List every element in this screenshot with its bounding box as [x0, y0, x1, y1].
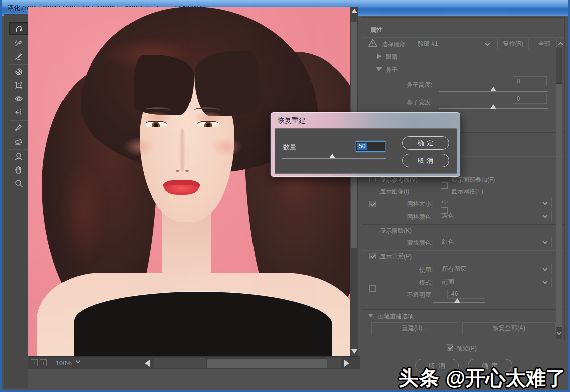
all-button[interactable]: 全部 [532, 39, 557, 49]
horizontal-scroll-thumb[interactable] [206, 358, 327, 368]
eyebrow-right [194, 107, 220, 113]
show-backdrop-checkbox[interactable] [369, 285, 376, 292]
face-select-label: 选择脸部: [382, 40, 407, 49]
watermark: 头条 @开心太难了 [399, 364, 566, 392]
show-mask-label: 显示蒙版(K) [379, 227, 412, 235]
nose-height-input[interactable]: 0 [513, 76, 547, 86]
zoom-dropdown-chevron-icon[interactable] [76, 359, 81, 364]
smooth-tool-button[interactable] [9, 50, 28, 62]
chevron-down-icon [543, 279, 548, 284]
zoom-level-value[interactable]: 100% [56, 360, 72, 367]
show-image-checkbox[interactable] [369, 201, 376, 207]
freeze-mask-tool-button[interactable] [9, 121, 28, 134]
chevron-down-icon [543, 266, 548, 271]
amount-label: 数量 [283, 143, 296, 152]
scroll-right-arrow[interactable] [344, 360, 349, 367]
dialog-ok-button[interactable]: 确定 [402, 136, 449, 150]
mode-dropdown[interactable]: 前面 [437, 277, 552, 287]
show-backdrop-label: 显示背景(P) [379, 252, 412, 261]
pucker-tool-button[interactable] [9, 79, 28, 91]
amount-slider-thumb[interactable] [329, 154, 335, 158]
properties-panel: 属性 选择脸部: 脸部 #1 复位(R) 全部 眼睛 鼻子 鼻子高度: 0 鼻子… [362, 17, 565, 340]
scroll-left-arrow[interactable] [145, 360, 150, 367]
horizontal-scroll-track[interactable] [154, 358, 341, 368]
use-label: 使用: [403, 266, 433, 274]
hair-highlight [58, 158, 108, 269]
image-canvas[interactable] [28, 7, 350, 356]
use-dropdown[interactable]: 所有图层 [437, 264, 552, 274]
face-tool-button[interactable] [9, 150, 28, 162]
nose-height-slider-thumb[interactable] [490, 87, 496, 91]
push-left-tool-button[interactable] [9, 106, 28, 118]
opacity-slider[interactable] [433, 302, 485, 303]
scroll-up-arrow[interactable] [351, 9, 357, 13]
divider [362, 309, 564, 310]
face-select-dropdown[interactable]: 脸部 #1 [413, 39, 494, 49]
nose-width-slider[interactable] [439, 108, 548, 109]
nose-width-label: 鼻子宽度: [407, 98, 432, 107]
nose-width-slider-thumb[interactable] [490, 104, 496, 109]
reset-button[interactable]: 复位(R) [497, 39, 529, 49]
mask-color-dropdown[interactable]: 红色 [437, 237, 552, 247]
twirl-clockwise-tool-button[interactable] [9, 65, 28, 78]
brush-reconstruct-header: 画笔重建选项 [377, 312, 414, 321]
eye-left [144, 121, 167, 127]
lower-lip [164, 185, 199, 195]
freeze-mask-icon [14, 122, 24, 133]
mode-value: 前面 [442, 278, 454, 286]
reconstruct-button[interactable]: 重建(U)... [371, 322, 458, 334]
eyebrow-left [145, 107, 171, 113]
panel-scroll-up-icon[interactable] [558, 42, 563, 47]
warning-icon [368, 39, 377, 47]
show-mask-checkbox[interactable] [369, 253, 376, 259]
forward-warp-tool-button[interactable] [9, 22, 28, 35]
nose-width-input[interactable]: 0 [513, 94, 547, 104]
preview-checkbox[interactable] [447, 344, 453, 351]
nose-disclosure-icon[interactable] [376, 67, 382, 71]
face-icon [14, 151, 24, 161]
zoom-tool-button[interactable] [9, 177, 28, 189]
show-mesh-label: 显示网格(E) [451, 187, 483, 196]
eyes-disclosure-icon[interactable] [377, 54, 382, 59]
opacity-slider-thumb[interactable] [454, 298, 460, 303]
use-value: 所有图层 [442, 265, 466, 273]
black-tube-top [74, 292, 332, 356]
show-face-overlay-checkbox[interactable] [441, 182, 448, 189]
restore-all-button[interactable]: 恢复全部(A) [462, 322, 556, 334]
chevron-down-icon [485, 41, 490, 46]
mesh-size-dropdown[interactable]: 中 [437, 198, 552, 208]
panel-scrollbar[interactable] [556, 48, 562, 339]
nose-height-slider[interactable] [439, 91, 548, 92]
reconstruct-tool-button[interactable] [9, 36, 28, 49]
mesh-color-dropdown[interactable]: 灰色 [437, 211, 552, 221]
page-preview-icon[interactable]: ▫ [31, 359, 38, 366]
nose-height-label: 鼻子高度: [407, 81, 432, 89]
pucker-icon [14, 80, 24, 90]
nostril-right [185, 170, 189, 172]
amount-slider[interactable] [282, 158, 386, 159]
bloat-tool-button[interactable] [9, 92, 28, 105]
page-preview-icon-2[interactable]: | [40, 359, 47, 366]
mesh-size-value: 中 [442, 199, 448, 207]
canvas-status-bar: ▫ | 100% [28, 356, 360, 369]
panel-scroll-thumb[interactable] [556, 83, 562, 328]
divider [362, 250, 564, 250]
nose [179, 128, 186, 172]
thaw-mask-icon [14, 136, 24, 146]
amount-input[interactable]: 50 [356, 141, 385, 152]
canvas-vertical-scrollbar[interactable] [350, 7, 358, 356]
zoom-icon [14, 178, 24, 188]
brush-reconstruct-disclosure-icon[interactable] [368, 314, 373, 318]
nostril-left [176, 170, 179, 172]
smooth-brush-icon [14, 51, 24, 61]
dialog-cancel-button[interactable]: 取消 [402, 154, 449, 167]
thaw-mask-tool-button[interactable] [9, 135, 28, 147]
dialog-body: 数量 50 确定 取消 [275, 128, 457, 174]
mesh-size-label: 网格大小: [403, 200, 433, 208]
opacity-input[interactable]: 46 [447, 289, 485, 299]
scroll-down-arrow[interactable] [351, 349, 357, 354]
show-image-label: 显示图像(I) [379, 187, 409, 196]
hand-tool-button[interactable] [9, 163, 28, 176]
dialog-title: 恢复重建 [278, 116, 306, 125]
twirl-icon [14, 67, 24, 77]
